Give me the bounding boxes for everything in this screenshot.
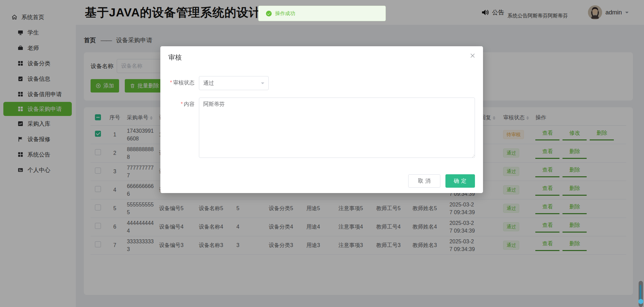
required-asterisk: * [170, 80, 172, 85]
content-textarea[interactable]: 阿斯蒂芬 [199, 98, 475, 158]
dialog-title: 审核 [168, 53, 475, 62]
review-dialog: 审核 *审核状态 通过 *内容 阿斯蒂芬 取消 确定 [160, 46, 483, 193]
toast-message: 操作成功 [275, 10, 295, 17]
status-row: *审核状态 通过 [168, 76, 475, 90]
scrollbar-thumb-handle[interactable] [638, 299, 643, 304]
chevron-down-icon [261, 82, 264, 86]
success-check-icon [266, 11, 272, 16]
status-select-value: 通过 [203, 80, 214, 87]
required-asterisk: * [181, 101, 183, 107]
success-toast: 操作成功 [258, 6, 386, 21]
scrollbar-thumb[interactable] [640, 285, 641, 300]
content-row: *内容 阿斯蒂芬 [168, 98, 475, 158]
content-label: *内容 [168, 98, 195, 158]
cancel-button[interactable]: 取消 [408, 174, 440, 188]
confirm-button[interactable]: 确定 [445, 174, 475, 188]
status-select[interactable]: 通过 [199, 76, 269, 90]
dialog-footer: 取消 确定 [408, 174, 475, 188]
review-form: *审核状态 通过 *内容 阿斯蒂芬 [168, 76, 475, 158]
status-label: *审核状态 [168, 76, 195, 90]
close-icon[interactable] [469, 52, 476, 60]
